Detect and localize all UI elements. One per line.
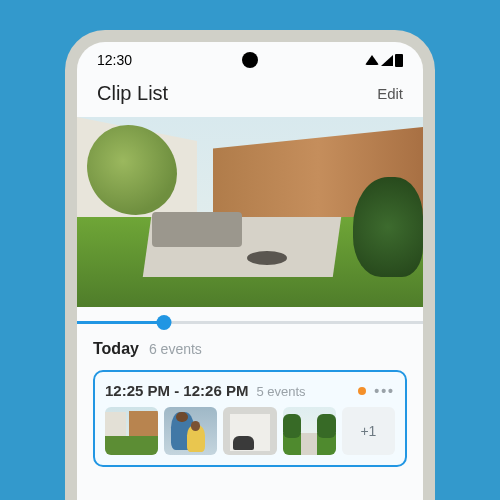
section-title: Today xyxy=(93,340,139,358)
battery-icon xyxy=(395,54,403,67)
event-count: 5 events xyxy=(256,384,305,399)
status-dot-icon xyxy=(358,387,366,395)
signal-icon xyxy=(381,55,393,66)
card-header: 12:25 PM - 12:26 PM 5 events ••• xyxy=(105,382,395,399)
status-icons xyxy=(365,54,403,67)
more-menu-button[interactable]: ••• xyxy=(374,383,395,399)
page-title: Clip List xyxy=(97,82,168,105)
edit-button[interactable]: Edit xyxy=(377,85,403,102)
section-count: 6 events xyxy=(149,341,202,357)
thumbnail[interactable] xyxy=(223,407,276,455)
phone-frame: 12:30 Clip List Edit xyxy=(65,30,435,500)
status-bar: 12:30 xyxy=(77,42,423,74)
thumbnail[interactable] xyxy=(164,407,217,455)
events-section: Today 6 events 12:25 PM - 12:26 PM 5 eve… xyxy=(77,330,423,481)
more-count: +1 xyxy=(360,423,376,439)
time-range: 12:25 PM - 12:26 PM xyxy=(105,382,248,399)
section-header: Today 6 events xyxy=(93,340,407,358)
screen: 12:30 Clip List Edit xyxy=(77,42,423,500)
thumbnail[interactable] xyxy=(105,407,158,455)
video-scrubber[interactable] xyxy=(77,307,423,330)
event-card[interactable]: 12:25 PM - 12:26 PM 5 events ••• xyxy=(93,370,407,467)
thumbnail-row: +1 xyxy=(105,407,395,455)
video-preview[interactable] xyxy=(77,117,423,307)
wifi-icon xyxy=(365,55,379,65)
status-time: 12:30 xyxy=(97,52,132,68)
scrubber-knob[interactable] xyxy=(156,315,171,330)
camera-hole xyxy=(242,52,258,68)
more-thumbnails-button[interactable]: +1 xyxy=(342,407,395,455)
thumbnail[interactable] xyxy=(283,407,336,455)
header: Clip List Edit xyxy=(77,74,423,117)
scrubber-progress xyxy=(77,321,164,324)
